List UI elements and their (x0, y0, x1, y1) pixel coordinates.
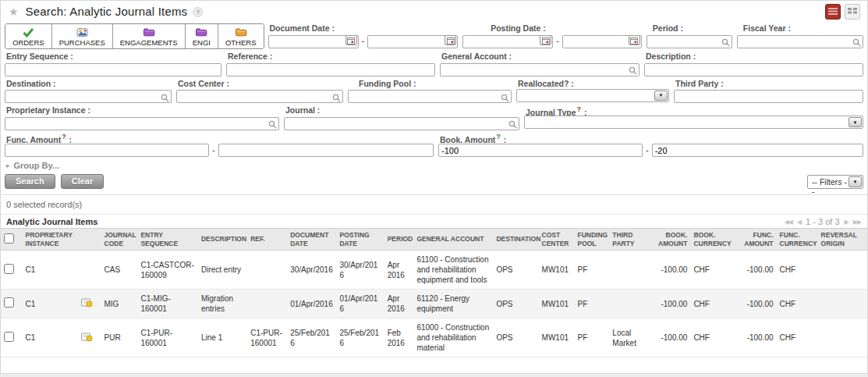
table-header-row: PROPRIETARY INSTANCE JOURNAL CODE ENTRY … (1, 229, 867, 251)
search-lookup-icon[interactable] (161, 91, 169, 105)
table-row[interactable]: C1 CAS C1-CASTCOR-160009 Direct entry 30… (1, 251, 867, 290)
search-lookup-icon[interactable] (852, 36, 861, 50)
chevron-down-icon[interactable]: ▼ (849, 117, 862, 127)
search-button[interactable]: Search (5, 174, 55, 189)
table-row[interactable]: C1 MIG C1-MIG-160001 Migration entries 0… (1, 290, 867, 318)
journal-type-select[interactable]: ▼ (524, 116, 863, 129)
cost-center-input[interactable] (176, 90, 343, 103)
tab-engi[interactable]: ENGI (186, 24, 218, 48)
chevron-down-icon[interactable]: ▼ (849, 176, 862, 187)
pagination-top: ◀◀ ◀ 1 - 3 of 3 ▶ ▶▶ (785, 217, 861, 226)
entry-sequence-field: Entry Sequence : (5, 52, 221, 76)
tab-purchases[interactable]: PURCHASES (52, 24, 113, 48)
row-checkbox[interactable] (4, 332, 14, 342)
clear-button[interactable]: Clear (61, 174, 105, 189)
book-amount-field: Book. Amount? : - (438, 133, 863, 158)
col-general-account: GENERAL ACCOUNT (413, 229, 493, 251)
col-ref: REF. (247, 229, 287, 251)
green-check-icon (22, 27, 34, 37)
pagination-text: 1 - 3 of 3 (806, 217, 839, 226)
selected-records-status: 0 selected record(s) (1, 195, 867, 215)
reallocated-select[interactable]: ▼ (516, 89, 669, 102)
filters-select[interactable]: -- Filters -- ▼ (807, 175, 863, 189)
proprietary-instance-input[interactable] (5, 117, 279, 130)
prev-page-icon[interactable]: ◀ (797, 219, 801, 226)
table-row[interactable]: C1 PUR C1-PUR-160001 Line 1 C1-PUR-16000… (1, 318, 867, 357)
journal-note-icon[interactable] (81, 335, 93, 343)
journal-input[interactable] (284, 117, 519, 130)
search-lookup-icon[interactable] (268, 118, 277, 132)
col-document-date: DOCUMENT DATE (287, 229, 336, 251)
reallocated-field: Reallocated? : ▼ (516, 79, 669, 102)
expand-arrow-icon: ▸ (6, 162, 10, 169)
row-checkbox[interactable] (4, 297, 14, 308)
grid-view-button[interactable] (845, 4, 860, 20)
entry-sequence-input[interactable] (5, 63, 221, 76)
reallocated-label: Reallocated? : (516, 79, 669, 89)
tab-others[interactable]: OTHERS (218, 24, 264, 48)
field-help-icon[interactable]: ? (496, 133, 501, 140)
journal-type-label: Journal Type? : (524, 105, 863, 116)
calendar-icon[interactable] (345, 35, 357, 45)
first-page-icon[interactable]: ◀◀ (785, 219, 792, 226)
select-all-checkbox[interactable] (4, 233, 14, 244)
list-view-button[interactable] (825, 4, 841, 20)
search-lookup-icon[interactable] (501, 91, 509, 105)
next-page-icon[interactable]: ▶ (845, 219, 849, 226)
col-reversal-origin: REVERSAL ORIGIN (818, 229, 867, 251)
row-checkbox[interactable] (4, 264, 14, 274)
journal-label: Journal : (284, 105, 519, 116)
reference-input[interactable] (226, 63, 435, 76)
range-separator: - (362, 36, 365, 45)
search-lookup-icon[interactable] (629, 64, 637, 78)
destination-input[interactable] (5, 90, 172, 103)
reference-label: Reference : (226, 52, 435, 62)
search-analytic-journal-items-page: ★ Search: Analytic Journal Items ? ORDER… (0, 0, 868, 374)
last-page-icon[interactable]: ▶▶ (853, 219, 861, 226)
reference-field: Reference : (226, 52, 435, 76)
func-amount-to-input[interactable] (218, 144, 434, 157)
col-funding-pool: FUNDING POOL (574, 229, 609, 251)
search-lookup-icon[interactable] (721, 36, 730, 50)
calendar-icon[interactable] (445, 35, 456, 45)
field-help-icon[interactable]: ? (577, 105, 582, 113)
funding-pool-input[interactable] (348, 90, 512, 103)
grid-view-icon (848, 7, 857, 16)
description-input[interactable] (644, 63, 863, 76)
tab-orders[interactable]: ORDERS (5, 24, 52, 48)
third-party-input[interactable] (674, 90, 863, 103)
col-proprietary-instance: PROPRIETARY INSTANCE (23, 229, 78, 251)
favorite-star-icon[interactable]: ★ (9, 5, 19, 18)
cost-center-field: Cost Center : (176, 79, 343, 104)
calendar-icon[interactable] (540, 35, 551, 45)
func-amount-from-input[interactable] (5, 144, 209, 157)
search-lookup-icon[interactable] (332, 91, 341, 105)
calendar-icon[interactable] (629, 35, 640, 45)
tab-engagements[interactable]: ENGAGEMENTS (113, 24, 186, 48)
range-separator: - (212, 145, 215, 155)
range-separator: - (556, 36, 559, 45)
picture-chart-icon (76, 27, 88, 37)
general-account-input[interactable] (440, 63, 639, 76)
col-journal-code: JOURNAL CODE (101, 229, 138, 251)
third-party-label: Third Party : (674, 79, 863, 89)
purple-folder-icon (143, 27, 155, 37)
book-amount-to-input[interactable] (652, 144, 863, 157)
field-help-icon[interactable]: ? (62, 133, 66, 140)
range-separator: - (646, 145, 649, 155)
col-book-currency: BOOK. CURRENCY (690, 229, 732, 251)
description-field: Description : (644, 52, 863, 76)
chevron-down-icon[interactable]: ▼ (654, 91, 668, 101)
fiscal-year-label: Fiscal Year : (737, 23, 863, 34)
results-table: PROPRIETARY INSTANCE JOURNAL CODE ENTRY … (1, 228, 867, 374)
search-lookup-icon[interactable] (508, 118, 517, 132)
period-input[interactable] (647, 35, 732, 48)
module-tab-bar: ORDERS PURCHASES ENGAGEMENTS (5, 23, 264, 49)
group-by-expander[interactable]: ▸ Group By... (1, 157, 867, 172)
journal-type-field: Journal Type? : ▼ (524, 105, 863, 129)
fiscal-year-input[interactable] (737, 35, 863, 48)
book-amount-from-input[interactable] (438, 144, 643, 157)
journal-note-icon[interactable] (81, 301, 93, 309)
col-third-party: THIRD PARTY (609, 229, 647, 251)
page-help-icon[interactable]: ? (193, 7, 203, 17)
